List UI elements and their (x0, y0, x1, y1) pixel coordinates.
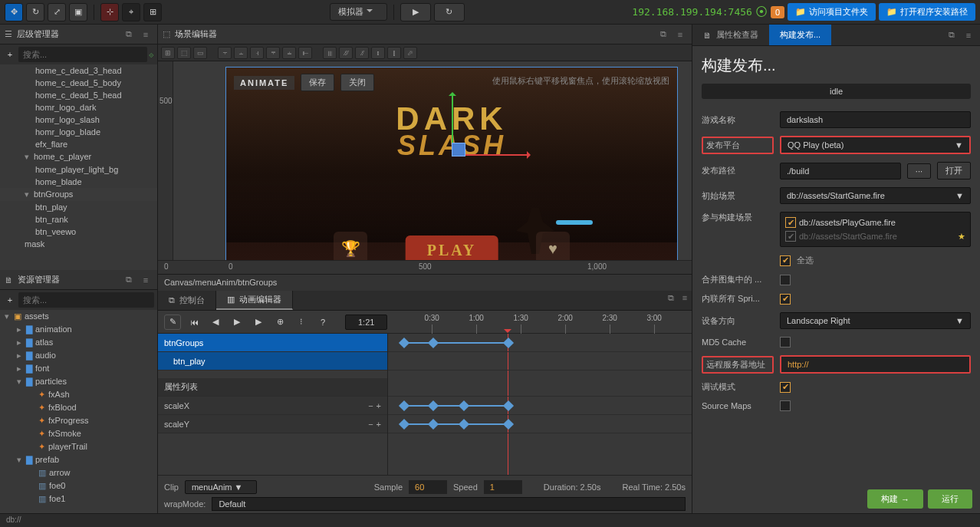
align-bottom[interactable]: ⫦ (298, 47, 312, 59)
game-name-input[interactable] (780, 111, 971, 128)
asset-item[interactable]: ▾▣assets (0, 310, 157, 323)
add-keyframe-button[interactable]: ⊕ (271, 315, 288, 330)
asset-item[interactable]: ▸▇animation (0, 323, 157, 336)
popout-icon[interactable]: ⧉ (656, 28, 670, 41)
checkbox-icon[interactable]: ✔ (785, 231, 796, 242)
first-frame-button[interactable]: ⏮ (186, 315, 202, 330)
plus-icon[interactable]: + (377, 420, 381, 429)
remote-server-input[interactable] (780, 355, 971, 374)
dist-h[interactable]: ⫼ (323, 47, 337, 59)
timeline-ruler[interactable]: 0:301:001:302:002:303:00 (401, 311, 686, 333)
anim-play-button[interactable]: ▶ (229, 315, 245, 330)
run-button[interactable]: 运行 (928, 489, 972, 509)
start-scene-select[interactable]: db://assets/StartGame.fire▼ (780, 187, 971, 204)
anchor-tool[interactable]: ⊹ (100, 3, 119, 21)
asset-item[interactable]: ✦fxProgress (0, 414, 157, 427)
menu-icon[interactable]: ≡ (673, 28, 687, 41)
menu-icon[interactable]: ≡ (139, 273, 153, 287)
open-install-path-button[interactable]: 📁打开程序安装路径 (879, 3, 975, 21)
hierarchy-item[interactable]: home_blade (0, 176, 157, 188)
asset-item[interactable]: ▸▇audio (0, 349, 157, 362)
hierarchy-item[interactable]: btn_rank (0, 213, 157, 226)
assets-search-input[interactable] (18, 292, 154, 308)
hierarchy-item[interactable]: home_c_dead_5_head (0, 89, 157, 101)
tab-animation-editor[interactable]: ▥动画编辑器 (216, 291, 293, 310)
sample-input[interactable] (409, 480, 447, 494)
tab-inspector[interactable]: 🗎属性检查器 (692, 25, 769, 45)
add-node-button[interactable]: + (3, 48, 17, 61)
local-tool[interactable]: ⌖ (122, 3, 140, 21)
dist-6[interactable]: ⬀ (403, 47, 417, 59)
event-button[interactable]: ⁝ (293, 315, 310, 330)
record-button[interactable]: ✎ (164, 315, 181, 330)
orientation-select[interactable]: Landscape Right▼ (780, 312, 971, 329)
scene-tool-1[interactable]: ⊞ (161, 47, 175, 59)
menu-icon[interactable]: ≡ (139, 28, 153, 41)
animate-save-button[interactable]: 保存 (301, 74, 334, 91)
build-button[interactable]: 构建 → (867, 489, 923, 509)
dist-5[interactable]: ⫿ (387, 47, 401, 59)
asset-item[interactable]: ✦fxSmoke (0, 427, 157, 440)
hierarchy-item[interactable]: efx_flare (0, 138, 157, 150)
scene-viewport[interactable]: 500 ANIMATE 保存 关闭 使用鼠标右键平移视窗焦点，使用滚轮缩放视图 … (158, 61, 692, 274)
tab-build[interactable]: 构建发布... (769, 25, 831, 45)
hierarchy-item[interactable]: home_c_dead_5_body (0, 77, 157, 89)
hierarchy-item[interactable]: homr_logo_slash (0, 114, 157, 126)
align-right[interactable]: ⫞ (250, 47, 264, 59)
select-all-checkbox[interactable]: ✔ (780, 255, 791, 266)
game-canvas[interactable]: ANIMATE 保存 关闭 使用鼠标右键平移视窗焦点，使用滚轮缩放视图 DARK… (225, 67, 678, 274)
gizmo-center[interactable] (452, 143, 465, 156)
sourcemap-checkbox[interactable] (780, 400, 791, 411)
browse-button[interactable]: ··· (907, 163, 931, 179)
menu-icon[interactable]: ≡ (962, 28, 975, 42)
wrap-mode-select[interactable]: Default (212, 497, 686, 511)
refresh-button[interactable]: ↻ (434, 3, 465, 21)
move-tool[interactable]: ✥ (5, 3, 23, 21)
asset-item[interactable]: ▸▇font (0, 362, 157, 375)
popout-icon[interactable]: ⧉ (664, 291, 678, 305)
hierarchy-item[interactable]: home_c_dead_3_head (0, 64, 157, 77)
prop-scaleX[interactable]: scaleX−+ (158, 397, 387, 415)
dist-4[interactable]: ⫾ (371, 47, 385, 59)
checkbox-icon[interactable]: ✔ (785, 217, 796, 228)
asset-item[interactable]: ✦fxAsh (0, 388, 157, 401)
asset-item[interactable]: ▥foe0 (0, 479, 157, 492)
align-center-v[interactable]: ⫨ (282, 47, 296, 59)
rotate-tool[interactable]: ↻ (26, 3, 44, 21)
hierarchy-item[interactable]: ▾btnGroups (0, 188, 157, 201)
asset-item[interactable]: ✦playerTrail (0, 440, 157, 453)
snap-tool[interactable]: ⊞ (143, 3, 162, 21)
prop-scaleY[interactable]: scaleY−+ (158, 415, 387, 433)
popout-icon[interactable]: ⧉ (122, 273, 136, 287)
platform-select[interactable]: QQ Play (beta)▼ (780, 136, 971, 154)
scene-tool-3[interactable]: ▭ (193, 47, 207, 59)
merge-atlas-checkbox[interactable] (780, 275, 791, 285)
asset-item[interactable]: ▾▇particles (0, 375, 157, 388)
align-top[interactable]: ⫧ (266, 47, 280, 59)
align-left[interactable]: ⫟ (218, 47, 232, 59)
hierarchy-item[interactable]: homr_logo_dark (0, 101, 157, 114)
dist-3[interactable]: ⫽ (355, 47, 369, 59)
hierarchy-item[interactable]: homr_logo_blade (0, 126, 157, 138)
path-input[interactable] (780, 163, 901, 180)
minus-icon[interactable]: − (368, 401, 373, 410)
debug-checkbox[interactable]: ✔ (780, 382, 791, 393)
scale-tool[interactable]: ⤢ (48, 3, 66, 21)
simulator-select[interactable]: 模拟器 (330, 3, 387, 21)
hierarchy-item[interactable]: home_player_light_bg (0, 163, 157, 176)
inline-sprite-checkbox[interactable]: ✔ (780, 294, 791, 305)
scene-list-item[interactable]: ✔db://assets/PlayGame.fire (784, 216, 967, 229)
asset-item[interactable]: ✦fxBlood (0, 401, 157, 414)
hierarchy-item[interactable]: btn_veewo (0, 226, 157, 238)
hierarchy-item[interactable]: btn_play (0, 201, 157, 213)
hierarchy-item[interactable]: mask (0, 238, 157, 250)
asset-item[interactable]: ▸▇atlas (0, 336, 157, 349)
asset-item[interactable]: ▥foe1 (0, 492, 157, 506)
popout-icon[interactable]: ⧉ (945, 28, 959, 42)
dist-v[interactable]: ⫻ (339, 47, 353, 59)
plus-icon[interactable]: + (377, 401, 381, 410)
help-button[interactable]: ? (314, 315, 331, 330)
timeline-lanes[interactable] (388, 334, 692, 475)
asset-item[interactable]: ▥arrow (0, 466, 157, 479)
asset-item[interactable]: ▾▇prefab (0, 453, 157, 466)
